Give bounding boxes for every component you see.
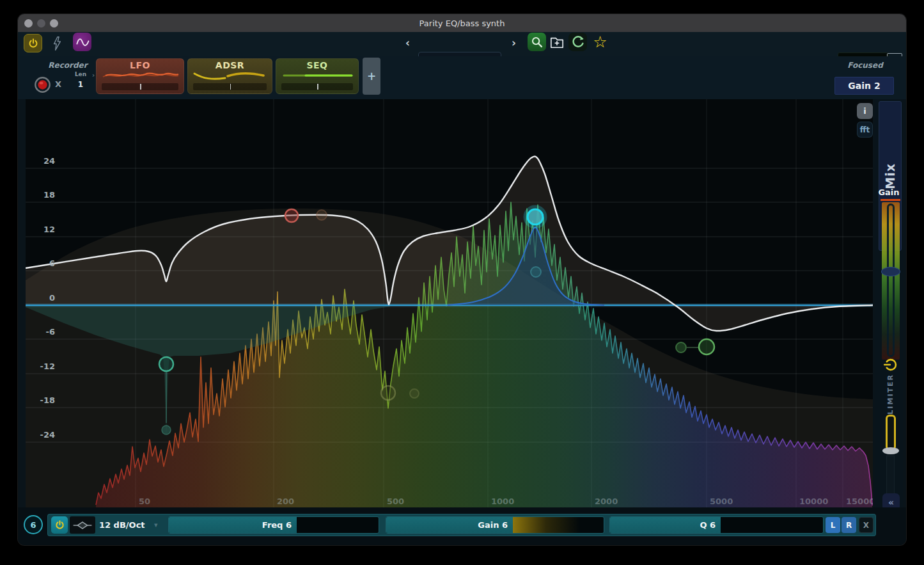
band-number-badge[interactable]: 6 — [24, 515, 43, 534]
output-gain-handle[interactable] — [881, 267, 900, 276]
seq-line-icon — [280, 70, 356, 81]
eq-node[interactable] — [159, 357, 173, 371]
titlebar[interactable]: Parity EQ/bass synth — [18, 14, 906, 32]
power-icon — [27, 38, 39, 49]
adsr-amount-slider[interactable] — [193, 83, 267, 90]
close-window-button[interactable] — [24, 19, 33, 28]
mix-label: Mix — [883, 163, 897, 189]
adsr-tab-label: ADSR — [192, 60, 268, 70]
folder-plus-icon — [549, 35, 565, 49]
freq-slider-label: Freq 6 — [169, 517, 297, 533]
freq-tick-label: 2000 — [595, 497, 618, 506]
db-tick-label: 0 — [49, 293, 55, 303]
zoom-window-button[interactable] — [50, 19, 58, 28]
chevron-down-icon: ▾ — [154, 521, 158, 529]
db-tick-label: 18 — [43, 190, 55, 200]
eq-display[interactable]: 24181260-6-12-18-24502005001000200050001… — [26, 99, 873, 509]
freq-tick-label: 10000 — [799, 497, 828, 506]
q-slider-label: Q 6 — [610, 517, 721, 533]
db-tick-label: -24 — [40, 430, 56, 440]
clip-indicator[interactable] — [881, 199, 900, 201]
eq-node[interactable] — [531, 267, 541, 277]
gain-slider-label: Gain 6 — [386, 517, 513, 533]
seq-tab-label: SEQ — [280, 60, 354, 70]
plugin-window: Parity EQ/bass synth ‹ *HyperLoop* ▾ › — [18, 14, 906, 545]
eq-node[interactable] — [410, 389, 419, 398]
freq-slider[interactable]: Freq 6 — [168, 516, 379, 534]
preset-next-button[interactable]: › — [512, 38, 516, 49]
recorder-clear-button[interactable]: X — [55, 79, 61, 89]
freq-tick-label: 200 — [277, 497, 294, 506]
filter-shape-selector[interactable] — [70, 516, 95, 534]
info-button[interactable]: i — [857, 103, 873, 119]
adsr-curve-icon — [192, 70, 269, 81]
seq-amount-slider[interactable] — [281, 83, 353, 90]
db-tick-label: 6 — [49, 259, 55, 268]
lfo-amount-slider[interactable] — [102, 83, 178, 90]
eq-node[interactable] — [676, 342, 686, 353]
lfo-tab-label: LFO — [100, 60, 180, 70]
limiter-power-button[interactable] — [882, 356, 899, 373]
lightning-icon — [51, 36, 63, 51]
slope-value[interactable]: 12 dB/Oct — [99, 514, 145, 536]
bypass-power-button[interactable] — [24, 34, 42, 52]
q-slider[interactable]: Q 6 — [609, 516, 824, 534]
eq-node[interactable] — [285, 209, 298, 222]
output-gain-slider[interactable] — [887, 203, 895, 357]
lfo-wave-icon — [100, 70, 181, 81]
output-gain-label: Gain — [875, 187, 903, 197]
limiter-threshold-slider[interactable] — [886, 415, 896, 450]
eq-plot-svg[interactable]: 24181260-6-12-18-24502005001000200050001… — [26, 99, 873, 507]
limiter-threshold-handle[interactable] — [882, 447, 899, 454]
top-toolbar: ‹ *HyperLoop* ▾ › ☆ 1% — [18, 32, 906, 56]
freq-tick-label: 50 — [139, 497, 150, 506]
channel-right-button[interactable]: R — [842, 517, 856, 533]
add-modulator-button[interactable]: + — [363, 58, 380, 95]
db-tick-label: 12 — [43, 225, 55, 234]
star-icon: ☆ — [593, 33, 607, 51]
wave-mod-button[interactable] — [73, 33, 91, 51]
eq-node[interactable] — [699, 339, 714, 354]
channel-left-button[interactable]: L — [826, 517, 840, 533]
delete-band-button[interactable]: X — [859, 517, 873, 533]
favorite-star-button[interactable]: ☆ — [591, 33, 609, 51]
band-shape-icon — [71, 518, 94, 532]
power-icon — [54, 520, 65, 530]
db-tick-label: -12 — [40, 362, 56, 371]
limiter-label: LIMITER — [879, 374, 902, 414]
record-icon — [34, 76, 51, 93]
reload-preset-button[interactable] — [568, 33, 587, 51]
eq-node-selected[interactable] — [528, 209, 543, 225]
refresh-icon — [570, 35, 586, 50]
chevron-right-icon: › — [92, 72, 95, 79]
band-power-button[interactable] — [51, 516, 68, 534]
band-control-bar: 12 dB/Oct ▾ Freq 6 Gain 6 Q 6 L R X — [47, 514, 876, 536]
freq-tick-label: 5000 — [710, 497, 733, 506]
recorder-label: Recorder — [37, 61, 98, 70]
eq-node[interactable] — [317, 210, 327, 220]
tab-adsr[interactable]: ADSR — [187, 58, 272, 94]
preset-prev-button[interactable]: ‹ — [405, 38, 410, 49]
freq-tick-label: 15000 — [846, 497, 873, 506]
db-tick-label: -18 — [40, 395, 56, 405]
eq-node[interactable] — [381, 386, 395, 400]
focused-label: Focused — [836, 61, 894, 70]
db-tick-label: -6 — [46, 327, 55, 337]
fft-button[interactable]: fft — [857, 122, 873, 138]
power-icon — [882, 356, 899, 373]
len-value[interactable]: 1 — [72, 80, 90, 89]
save-preset-button[interactable] — [549, 34, 565, 51]
search-icon — [530, 35, 544, 49]
minimize-window-button[interactable] — [37, 19, 45, 28]
freq-tick-label: 500 — [387, 497, 404, 506]
eq-node-dot[interactable] — [162, 426, 171, 434]
record-button[interactable] — [34, 76, 51, 93]
freq-tick-label: 1000 — [491, 497, 514, 506]
db-tick-label: 24 — [43, 156, 55, 166]
tab-lfo[interactable]: LFO — [96, 58, 184, 94]
lightning-button[interactable] — [49, 35, 65, 52]
preset-search-button[interactable] — [528, 33, 546, 51]
gain-slider[interactable]: Gain 6 — [386, 516, 604, 534]
tab-seq[interactable]: SEQ — [276, 58, 359, 94]
focused-param-button[interactable]: Gain 2 — [834, 77, 894, 95]
